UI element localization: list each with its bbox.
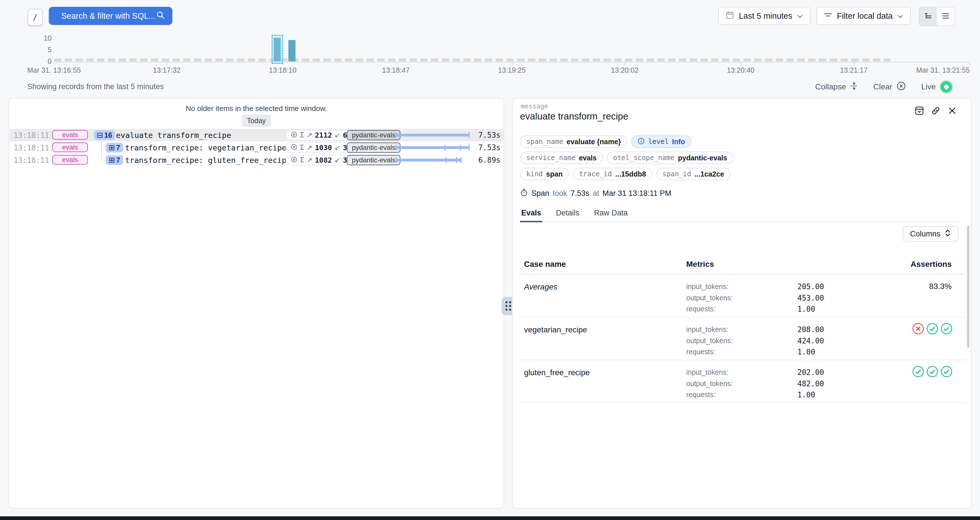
metric-value: 424.00 [797,337,824,345]
list-view-icon [942,12,950,21]
table-row[interactable]: Averages input_tokens: 205.00 output_tok… [520,274,965,317]
attr-value: ...1ca2ce [694,170,724,178]
otel-scope-chip[interactable]: pydantic-evals [347,130,400,140]
sigma-icon: Σ [300,144,304,152]
y-axis-tick: 5 [35,46,52,54]
attr-chip-kind[interactable]: kind span [520,168,569,180]
x-axis-label: Mar 31. 13:21:55 [916,66,970,74]
row-timestamp: 13:18:11 [14,131,49,140]
scrollbar-thumb[interactable] [967,226,969,348]
tab-raw-data[interactable]: Raw Data [593,207,629,222]
record-type-label: message [520,102,548,110]
table-row[interactable]: gluten_free_recipe input_tokens: 202.00 … [520,360,965,403]
attr-chip-span-id[interactable]: span_id ...1ca2ce [656,168,730,180]
trace-row[interactable]: 13:18:11 evals ⊟ 16 evaluate transform_r… [10,129,504,141]
assertion-pass-icon [926,365,939,378]
metric-label: output_tokens: [686,380,771,388]
at-word: at [593,189,599,198]
sigma-icon: Σ [300,156,304,164]
input-arrow-icon: ↗ [307,131,312,139]
tree-view-icon [924,12,932,21]
service-badge[interactable]: evals [52,130,88,140]
collapse-children-chip[interactable]: ⊟ 16 [94,130,115,140]
metric-label: input_tokens: [686,368,771,376]
x-axis-label: 13:21:17 [840,66,867,74]
span-name: transform_recipe: vegetarian_recipe [125,144,286,152]
duration-bar [396,155,469,166]
metric-value: 208.00 [797,325,824,334]
histogram-bar[interactable] [288,40,296,61]
metric-value: 202.00 [797,368,824,376]
case-name: vegetarian_recipe [524,325,587,334]
attr-key: span_name [526,138,563,146]
expand-children-chip[interactable]: ⊞ 7 [106,143,123,152]
tab-details[interactable]: Details [555,207,581,222]
attr-value: ...15ddb8 [615,170,646,178]
span-name: transform_recipe: gluten_free_recipe [125,156,291,164]
filter-local-data-dropdown[interactable]: Filter local data [816,7,911,25]
attr-chip-trace-id[interactable]: trace_id ...15ddb8 [573,168,652,180]
showing-records-text: Showing records from the last 5 minutes [27,82,164,91]
assertions-percentage: 83.3% [929,282,951,291]
child-count: 16 [104,131,112,139]
dock-panel-icon[interactable] [914,105,924,116]
collapse-icon [850,81,858,93]
live-toggle[interactable]: Live [921,80,953,93]
x-axis-tickmark [969,62,970,65]
timeline-plot-area[interactable] [54,38,970,61]
metric-value: 482.00 [797,380,824,388]
assertion-pass-icon [940,365,953,378]
table-row[interactable]: vegetarian_recipe input_tokens: 208.00 o… [520,317,965,360]
assertion-icons [912,365,953,378]
today-chip: Today [242,115,271,127]
row-timestamp: 13:18:11 [14,156,49,164]
otel-scope-chip[interactable]: pydantic-evals [347,155,400,165]
attr-chip-span-name[interactable]: span_name evaluate {name} [520,136,627,148]
filter-label: Filter local data [837,11,892,21]
view-mode-toggle [919,7,955,26]
attr-chip-level[interactable]: level Info [631,136,691,148]
clear-button[interactable]: Clear [873,81,906,93]
app-window: / Search & filter with SQL... Last 5 min… [0,0,980,520]
otel-scope-chip[interactable]: pydantic-evals [347,142,400,153]
duration-bar [396,142,469,153]
filter-icon [824,11,832,21]
assertion-pass-icon [912,365,924,378]
list-view-toggle[interactable] [937,7,955,26]
columns-button[interactable]: Columns [903,226,958,242]
assertion-pass-icon [940,322,953,335]
tree-view-toggle[interactable] [919,7,937,26]
search-input[interactable]: Search & filter with SQL... [49,7,172,25]
service-badge[interactable]: evals [52,155,88,164]
duration-bar [396,129,469,141]
header-case-name: Case name [524,260,566,269]
attr-chip-otel-scope[interactable]: otel_scope_name pydantic-evals [607,152,733,164]
copy-link-icon[interactable] [931,105,941,116]
attr-chip-service-name[interactable]: service_name evals [520,152,603,164]
close-icon[interactable] [947,105,957,116]
selected-bar-highlight [272,35,283,64]
live-label: Live [921,82,936,91]
trace-row[interactable]: 13:18:11 evals ⊞ 7 transform_recipe: veg… [10,141,504,154]
drag-dots-icon [506,301,511,311]
info-icon [638,137,645,146]
plus-square-icon: ⊞ [108,156,115,164]
detail-tabs: Evals Details Raw Data [520,207,959,222]
sigma-icon: Σ [300,131,304,139]
x-axis-tickmark [512,62,512,65]
duration-text: 7.53s [466,144,501,152]
tab-evals[interactable]: Evals [520,207,542,222]
trace-row[interactable]: 13:18:11 evals ⊞ 7 transform_recipe: glu… [10,154,504,166]
input-tokens: 2112 [315,131,332,139]
no-older-items-text: No older items in the selected time wind… [9,104,504,113]
expand-children-chip[interactable]: ⊞ 7 [106,155,123,165]
span-timestamp: Mar 31 13:18:11 PM [603,189,671,198]
metric-value: 1.00 [797,391,815,399]
time-range-dropdown[interactable]: Last 5 minutes [718,7,810,25]
collapse-button[interactable]: Collapse [815,81,858,93]
attr-key: level [648,138,669,146]
service-badge[interactable]: evals [52,142,88,152]
evals-table: Case name Metrics Assertions Averages in… [520,255,965,403]
search-placeholder: Search & filter with SQL... [61,11,155,21]
x-axis-label: 13:18:10 [269,66,296,74]
